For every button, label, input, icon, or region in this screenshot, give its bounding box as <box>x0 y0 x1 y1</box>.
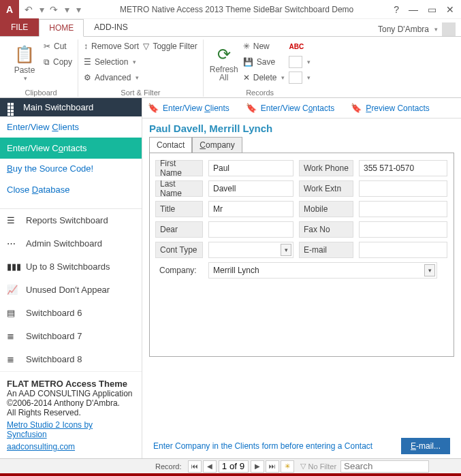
paste-button[interactable]: 📋 Paste ▾ <box>10 39 39 87</box>
form-tab-company[interactable]: Company <box>192 137 242 153</box>
minimize-icon[interactable]: — <box>409 4 418 15</box>
form-hint: Enter Company in the Clients form before… <box>153 441 372 451</box>
sidebar-link-buy[interactable]: Buy the Source Code! <box>0 159 142 180</box>
bookmark-icon: 🔖 <box>246 103 257 113</box>
spelling-button[interactable]: ABC <box>289 39 311 53</box>
email-field[interactable] <box>359 242 447 258</box>
paste-icon: 📋 <box>14 45 35 64</box>
cut-button[interactable]: ✂Cut <box>44 39 72 53</box>
sidebar-item-sb7[interactable]: ≣Switchboard 7 <box>0 325 142 348</box>
group-sort-filter: ↕Remove Sort ☰Selection▾ ⚙Advanced▾ ▽Tog… <box>78 39 204 97</box>
qat-customize-icon[interactable]: ▾ <box>76 4 81 15</box>
fax-field[interactable] <box>359 221 447 238</box>
sidebar-item-admin[interactable]: ⋯Admin Switchboard <box>0 232 142 255</box>
delete-button[interactable]: ✕Delete▾ <box>243 71 285 84</box>
group-clipboard: 📋 Paste ▾ ✂Cut ⧉Copy Clipboard <box>4 39 78 97</box>
group-title: Clipboard <box>25 89 57 97</box>
email-button[interactable]: E-mail... <box>401 438 450 454</box>
refresh-icon: ⟳ <box>217 45 231 64</box>
mobile-field[interactable] <box>359 201 447 217</box>
doc-tab-contacts[interactable]: 🔖Enter/View Contacts <box>246 103 335 113</box>
record-search-field[interactable] <box>340 460 429 473</box>
title-bar: A ↶ ▾ ↷ ▾ ▾ METRO Native Access 2013 The… <box>0 0 461 19</box>
sidebar-footer: FLAT METRO Access Theme An AAD CONSULTIN… <box>0 371 142 458</box>
lbl-company: Company: <box>155 262 203 279</box>
help-icon[interactable]: ? <box>394 4 399 15</box>
refresh-all-button[interactable]: ⟳ Refresh All <box>209 39 239 87</box>
grid-icon <box>7 103 16 112</box>
tab-home[interactable]: HOME <box>39 19 84 37</box>
footer-rights: All Rights Reserved. <box>7 408 81 417</box>
form-tab-contact[interactable]: Contact <box>149 137 192 153</box>
last-record-button[interactable]: ⏭ <box>266 460 279 473</box>
advanced-button[interactable]: ⚙Advanced▾ <box>84 71 139 84</box>
doc-tab-clients[interactable]: 🔖Enter/View Clients <box>148 103 229 113</box>
doc-tab-preview[interactable]: 🔖Preview Contacts <box>351 103 429 113</box>
sidebar-item-reports[interactable]: ☰Reports Switchboard <box>0 209 142 232</box>
more2-button[interactable]: ▾ <box>289 71 311 84</box>
selection-button[interactable]: ☰Selection▾ <box>84 55 139 69</box>
work-extn-field[interactable] <box>359 180 447 197</box>
chevron-down-icon: ▾ <box>307 59 311 65</box>
sidebar-link-contacts[interactable]: Enter/View Contacts <box>0 138 142 159</box>
recnav-label: Record: <box>150 462 187 471</box>
list-icon: ≣ <box>7 354 18 364</box>
copy-icon: ⧉ <box>44 57 50 67</box>
redo-more-icon[interactable]: ▾ <box>65 4 69 15</box>
title-field[interactable] <box>208 201 293 217</box>
work-phone-field[interactable] <box>359 160 447 176</box>
sidebar-item-upto8[interactable]: ▮▮▮Up to 8 Switchboards <box>0 255 142 279</box>
delete-icon: ✕ <box>243 73 250 82</box>
save-icon: 💾 <box>243 57 253 67</box>
record-position-field[interactable] <box>219 460 249 473</box>
sidebar-link-close-db[interactable]: Close Database <box>0 179 142 200</box>
sidebar-item-unused[interactable]: 📈Unused Don't Appear <box>0 279 142 302</box>
remove-sort-button[interactable]: ↕Remove Sort <box>84 39 139 53</box>
undo-more-icon[interactable]: ▾ <box>39 4 44 15</box>
sidebar-header[interactable]: Main Switchboard <box>0 98 142 116</box>
lbl-dear: Dear <box>155 221 203 238</box>
lbl-fax: Fax No <box>299 221 353 238</box>
window-title: METRO Native Access 2013 Theme SideBar S… <box>86 5 387 14</box>
cont-type-field[interactable]: ▾ <box>208 242 293 258</box>
sidebar-item-sb6[interactable]: ▤Switchboard 6 <box>0 302 142 325</box>
redo-icon[interactable]: ↷ <box>50 4 58 15</box>
group-records: ⟳ Refresh All ✳New 💾Save ✕Delete▾ ABC ▾ … <box>204 39 317 97</box>
prev-record-button[interactable]: ◀ <box>203 460 217 473</box>
undo-icon[interactable]: ↶ <box>25 4 33 15</box>
record-navigator: Record: ⏮ ◀ ▶ ⏭ ✳ ▽No Filter <box>0 458 461 473</box>
last-name-field[interactable] <box>208 180 293 197</box>
save-button[interactable]: 💾Save <box>243 55 285 69</box>
lbl-mobile: Mobile <box>299 201 353 217</box>
lbl-first-name: First Name <box>155 160 203 176</box>
footer-subtitle: An AAD CONSULTING Application <box>7 389 133 398</box>
new-button[interactable]: ✳New <box>243 39 285 53</box>
restore-icon[interactable]: ▭ <box>428 4 436 15</box>
tab-addins[interactable]: ADD-INS <box>84 18 138 36</box>
avatar <box>442 22 456 36</box>
footer-link-syncfusion[interactable]: Metro Studio 2 Icons by Syncfusion <box>7 420 135 439</box>
no-filter-indicator[interactable]: ▽No Filter <box>300 462 337 471</box>
first-name-field[interactable] <box>208 160 293 176</box>
dear-field[interactable] <box>208 221 293 238</box>
company-field[interactable]: Merrill Lynch▾ <box>208 262 437 279</box>
more-icon <box>289 72 302 84</box>
lbl-last-name: Last Name <box>155 180 203 197</box>
copy-button[interactable]: ⧉Copy <box>44 55 72 69</box>
footer-link-aad[interactable]: aadconsulting.com <box>7 442 75 451</box>
new-icon: ✳ <box>243 42 250 51</box>
toggle-filter-button[interactable]: ▽Toggle Filter <box>143 39 197 53</box>
sidebar-item-sb8[interactable]: ≣Switchboard 8 <box>0 348 142 371</box>
sidebar: Main Switchboard Enter/View Clients Ente… <box>0 98 142 458</box>
close-icon[interactable]: ✕ <box>446 4 454 15</box>
tab-file[interactable]: FILE <box>0 18 39 36</box>
new-record-button[interactable]: ✳ <box>281 460 294 473</box>
group-title: Records <box>246 89 274 97</box>
user-menu[interactable]: Tony D'Ambra ▾ <box>372 22 461 36</box>
more-icon <box>289 56 302 68</box>
more-button[interactable]: ▾ <box>289 55 311 69</box>
next-record-button[interactable]: ▶ <box>251 460 264 473</box>
sidebar-link-clients[interactable]: Enter/View Clients <box>0 116 142 138</box>
first-record-button[interactable]: ⏮ <box>188 460 202 473</box>
bars-icon: ▮▮▮ <box>7 261 18 272</box>
